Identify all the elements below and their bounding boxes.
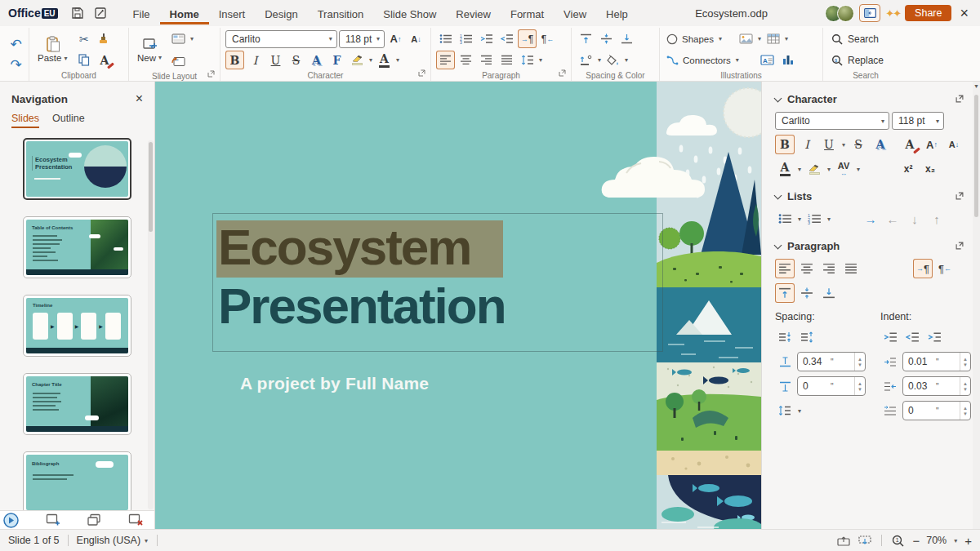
zoom-out-icon[interactable]: − [912, 534, 920, 548]
numbered-list-dropdown-icon[interactable]: ▾ [826, 216, 831, 223]
avatar[interactable] [837, 5, 854, 22]
paragraph-collapse-icon[interactable] [774, 241, 782, 249]
slide-layout-dropdown-icon[interactable]: ▾ [189, 35, 194, 42]
fit-slide-icon[interactable] [837, 535, 850, 546]
sidebar-align-right-icon[interactable] [819, 259, 839, 278]
shrink-font-icon[interactable]: A↓ [407, 29, 425, 48]
sidebar-decrease-indent-icon[interactable] [902, 327, 922, 347]
sidebar-highlight-dropdown-icon[interactable]: ▾ [826, 166, 831, 173]
first-line-indent-icon[interactable] [880, 401, 900, 420]
title-line1-selected-text[interactable]: Ecosystem [216, 220, 503, 278]
close-icon[interactable]: × [956, 6, 972, 20]
character-dialog-icon[interactable] [418, 69, 425, 79]
slide-canvas[interactable]: Ecosystem Presentation A project by Full… [155, 82, 761, 529]
sidebar-underline-dropdown-icon[interactable]: ▾ [841, 141, 846, 149]
paragraph-spacing-icon[interactable] [577, 51, 595, 69]
indent-after-input[interactable] [908, 380, 936, 392]
menu-file[interactable]: File [123, 2, 160, 24]
menu-format[interactable]: Format [501, 2, 554, 24]
character-more-icon[interactable] [956, 94, 964, 105]
fill-color-dropdown-icon[interactable]: ▾ [624, 56, 629, 64]
menu-insert[interactable]: Insert [209, 2, 256, 24]
align-left-icon[interactable] [436, 51, 455, 69]
navigation-scrollbar[interactable] [148, 140, 154, 509]
bullet-list-dropdown-icon[interactable]: ▾ [797, 216, 802, 223]
menu-design[interactable]: Design [255, 2, 307, 24]
align-middle-icon[interactable] [597, 29, 616, 48]
sidebar-align-center-icon[interactable] [797, 259, 817, 278]
start-slideshow-icon[interactable] [3, 513, 19, 528]
new-slide-dropdown-icon[interactable]: ▾ [158, 54, 163, 61]
indent-after-spinbox[interactable]: " ▲▼ [902, 376, 971, 396]
promote-icon[interactable]: ← [883, 209, 902, 229]
indent-first-line-input[interactable] [908, 405, 936, 416]
zoom-dropdown-icon[interactable]: ▾ [953, 537, 958, 544]
indent-before-spinner[interactable]: ▲▼ [960, 353, 970, 371]
insert-table-dropdown-icon[interactable]: ▾ [784, 35, 789, 42]
insert-chart-icon[interactable] [778, 51, 797, 69]
sidebar-bold-button[interactable]: B [775, 135, 795, 154]
sidebar-kerning-button[interactable]: AV ↔ [834, 159, 853, 179]
sidebar-align-top-icon[interactable] [775, 283, 795, 303]
space-below-spinner[interactable]: ▲▼ [854, 377, 865, 395]
slide-thumbnail-5[interactable]: Bibliograph [23, 451, 131, 510]
zoom-in-icon[interactable]: + [964, 534, 972, 548]
highlight-dropdown-icon[interactable]: ▾ [368, 56, 373, 64]
connectors-button[interactable]: Connectors ▾ [665, 51, 756, 69]
text-box-icon[interactable]: A [758, 51, 777, 69]
share-button[interactable]: Share [905, 5, 951, 21]
paragraph-more-icon[interactable] [956, 241, 964, 252]
space-above-input[interactable] [803, 356, 831, 367]
save-icon[interactable] [69, 5, 87, 21]
line-spacing-icon[interactable] [518, 51, 537, 69]
increase-indent-icon[interactable] [477, 29, 496, 48]
move-up-icon[interactable]: ↑ [927, 209, 947, 229]
edit-mode-icon[interactable] [91, 5, 109, 21]
outline-font-icon[interactable]: F [327, 51, 346, 69]
copy-icon[interactable] [74, 51, 93, 69]
replace-button[interactable]: a Replace [828, 50, 903, 70]
language-selector[interactable]: English (USA) [77, 535, 141, 546]
menu-slide-show[interactable]: Slide Show [373, 2, 446, 24]
menu-view[interactable]: View [554, 2, 596, 24]
space-below-spinbox[interactable]: " ▲▼ [797, 376, 866, 396]
font-name-select[interactable]: Carlito ▾ [225, 30, 337, 48]
font-size-select[interactable]: 118 pt ▾ [339, 30, 385, 48]
redo-icon[interactable]: ↷ [7, 56, 25, 74]
insert-table-icon[interactable] [764, 29, 782, 48]
indent-before-input[interactable] [908, 356, 936, 367]
space-below-paragraph-icon[interactable] [775, 376, 795, 396]
insert-image-dropdown-icon[interactable]: ▾ [757, 35, 762, 42]
undo-icon[interactable]: ↶ [7, 35, 25, 54]
sidebar-font-color-button[interactable]: A [775, 159, 795, 179]
ltr-paragraph-icon[interactable]: →¶ [518, 29, 537, 48]
sidebar-underline-button[interactable]: U [819, 135, 839, 154]
menu-home[interactable]: Home [160, 2, 209, 24]
sidebar-bullet-list-icon[interactable] [775, 209, 795, 229]
sidebar-shadow-button[interactable]: A [871, 135, 890, 154]
slide-layout-dialog-icon[interactable] [207, 69, 215, 80]
tab-outline[interactable]: Outline [52, 113, 85, 128]
zoom-level[interactable]: 70% [926, 535, 947, 546]
delete-slide-icon[interactable] [128, 513, 143, 527]
sidebar-rtl-icon[interactable]: ¶← [935, 259, 955, 278]
reset-layout-icon[interactable] [169, 51, 188, 70]
navigation-close-icon[interactable]: × [136, 91, 143, 106]
highlight-color-button[interactable] [348, 51, 367, 69]
bold-button[interactable]: B [225, 51, 244, 69]
subtitle-text[interactable]: A project by Full Name [240, 374, 429, 393]
italic-button[interactable]: I [246, 51, 265, 69]
sidebar-ltr-icon[interactable]: →¶ [913, 259, 933, 278]
underline-button[interactable]: U [266, 51, 285, 69]
paste-dropdown-icon[interactable]: ▾ [63, 55, 68, 62]
sidebar-align-bottom-icon[interactable] [819, 283, 839, 303]
move-down-icon[interactable]: ↓ [905, 209, 924, 229]
duplicate-slide-icon[interactable] [87, 513, 101, 527]
sidebar-font-color-dropdown-icon[interactable]: ▾ [797, 166, 802, 173]
grow-font-icon[interactable]: A↑ [386, 29, 405, 48]
increase-paragraph-spacing-icon[interactable] [775, 327, 795, 347]
sidebar-italic-button[interactable]: I [797, 135, 817, 154]
sidebar-line-spacing-icon[interactable] [775, 401, 795, 420]
slide-layout-icon[interactable] [169, 29, 188, 48]
align-right-icon[interactable] [477, 51, 496, 69]
